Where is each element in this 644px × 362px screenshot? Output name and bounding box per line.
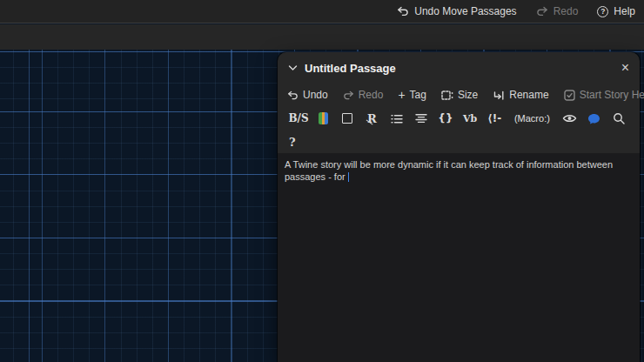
story-toolbar	[0, 24, 644, 50]
checkbox-check-icon	[564, 90, 575, 101]
link-button[interactable]: R	[359, 108, 384, 129]
text-style-button[interactable]: B/S	[286, 108, 311, 129]
passage-text-line2: passages - for	[285, 171, 345, 182]
list-button[interactable]	[385, 108, 409, 129]
start-story-here-label: Start Story Here	[580, 89, 644, 101]
border-box-icon	[342, 113, 352, 124]
collapse-whitespace-button[interactable]: {}	[433, 108, 458, 129]
passage-text-line: A Twine story will be more dynamic if it…	[285, 158, 633, 171]
redo-icon	[536, 6, 548, 17]
passage-editor-header: Untitled Passage ×	[278, 52, 640, 84]
twine-app-window: Undo Move Passages Redo ? Help Untitled …	[0, 0, 644, 362]
redo-button[interactable]: Redo	[536, 5, 579, 17]
search-icon	[613, 112, 625, 124]
alignment-button[interactable]	[409, 108, 433, 129]
passage-redo-label: Redo	[359, 89, 384, 101]
comment-syntax-button[interactable]: ⟨!-	[482, 108, 506, 129]
close-editor-button[interactable]: ×	[621, 61, 629, 75]
comment-button[interactable]	[582, 108, 607, 129]
macro-menu-button[interactable]: (Macro:)	[506, 108, 557, 129]
passage-actions-toolbar: Undo Redo + Tag Si	[278, 84, 640, 106]
color-swatch-icon	[319, 112, 328, 124]
list-icon	[390, 113, 403, 124]
rename-label: Rename	[509, 89, 548, 101]
top-bar: Undo Move Passages Redo ? Help	[0, 0, 644, 23]
collapse-panel-button[interactable]	[288, 64, 298, 71]
syntax-help-button[interactable]: ?	[289, 136, 296, 149]
size-button[interactable]: Size	[441, 89, 478, 101]
passage-text-editor[interactable]: A Twine story will be more dynamic if it…	[278, 153, 640, 362]
text-color-button[interactable]	[311, 108, 335, 129]
chevron-down-icon	[288, 64, 298, 71]
passage-text-line: passages - for	[285, 171, 633, 183]
passage-editor-panel: Untitled Passage × Undo Redo + Tag	[278, 52, 640, 362]
size-label: Size	[458, 89, 478, 101]
undo-move-passages-label: Undo Move Passages	[414, 5, 516, 17]
text-cursor	[348, 172, 350, 182]
undo-icon	[397, 6, 409, 17]
comment-bubble-icon	[587, 113, 600, 124]
rename-icon	[493, 90, 505, 101]
hidden-text-button[interactable]	[558, 108, 582, 129]
plus-icon: +	[398, 89, 405, 101]
help-button[interactable]: ? Help	[597, 5, 635, 17]
help-label: Help	[614, 5, 635, 17]
rename-button[interactable]: Rename	[493, 89, 548, 101]
link-icon: R	[367, 112, 377, 125]
align-center-icon	[415, 113, 427, 124]
redo-label: Redo	[553, 5, 579, 17]
passage-undo-label: Undo	[303, 89, 328, 101]
verbatim-button[interactable]: Vb	[458, 108, 482, 129]
eye-icon	[562, 113, 577, 124]
find-button[interactable]	[607, 108, 631, 129]
borders-button[interactable]	[335, 108, 359, 129]
passage-undo-button[interactable]: Undo	[287, 89, 328, 101]
undo-icon	[287, 90, 299, 100]
help-icon: ?	[597, 6, 608, 17]
add-tag-label: Tag	[410, 89, 426, 101]
format-toolbar: B/S R	[278, 106, 640, 131]
start-story-here-button[interactable]: Start Story Here	[564, 89, 644, 101]
undo-move-passages-button[interactable]: Undo Move Passages	[397, 5, 516, 17]
format-toolbar-row2: ?	[278, 131, 640, 153]
add-tag-button[interactable]: + Tag	[398, 89, 426, 101]
redo-icon	[343, 90, 354, 100]
size-icon	[441, 90, 453, 101]
passage-redo-button[interactable]: Redo	[343, 89, 384, 101]
passage-title: Untitled Passage	[305, 62, 396, 75]
